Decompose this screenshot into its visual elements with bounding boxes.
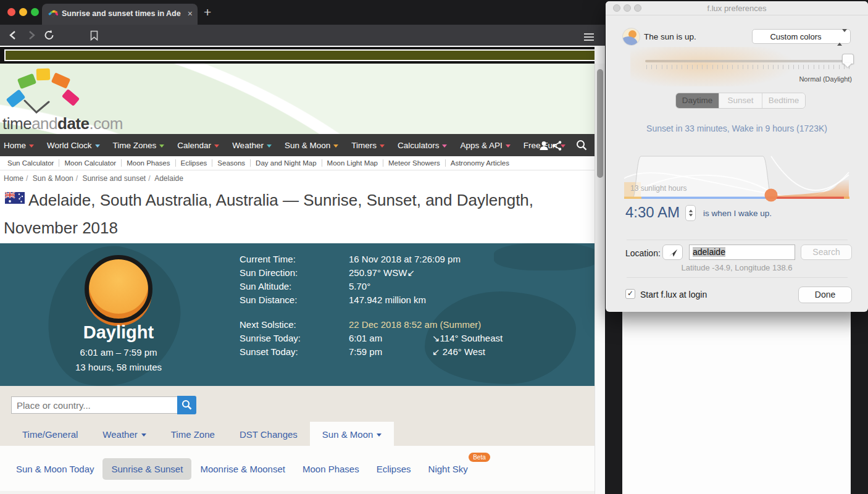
section-divider [0, 491, 595, 494]
subnav-day-night-map[interactable]: Day and Night Map [251, 159, 322, 167]
flux-title-bar[interactable]: f.lux preferences [606, 1, 868, 15]
slider-ticks [646, 65, 850, 69]
breadcrumb-home[interactable]: Home [4, 174, 23, 183]
window-close-button[interactable] [7, 8, 15, 16]
subtab-night-sky[interactable]: Night SkyBeta [420, 458, 477, 480]
scrollbar-thumb[interactable] [597, 69, 603, 178]
slider-caption: Normal (Daylight) [799, 75, 852, 83]
segment-sunset[interactable]: Sunset [719, 93, 762, 108]
subnav-seasons[interactable]: Seasons [212, 159, 251, 167]
bookmark-icon[interactable] [90, 30, 102, 43]
place-search-button[interactable] [177, 396, 196, 414]
subtab-moonrise-moonset[interactable]: Moonrise & Moonset [191, 458, 294, 480]
schedule-summary-link[interactable]: Sunset in 33 minutes, Wake in 9 hours (1… [606, 124, 868, 133]
location-search-button[interactable]: Search [801, 245, 852, 260]
tab-dst-changes[interactable]: DST Changes [227, 422, 310, 446]
nav-item-calendar[interactable]: Calendar [177, 141, 219, 150]
account-person-icon[interactable] [538, 140, 549, 151]
done-button[interactable]: Done [798, 287, 852, 303]
start-at-login-checkbox[interactable]: ✓ [625, 289, 635, 299]
browser-tab-bar: Sunrise and sunset times in Ade × + [0, 0, 605, 25]
nav-item-time-zones[interactable]: Time Zones [113, 141, 165, 150]
segment-bedtime[interactable]: Bedtime [762, 93, 805, 108]
subnav-moon-calculator[interactable]: Moon Calculator [59, 159, 122, 167]
reload-icon[interactable] [43, 29, 56, 41]
subnav-sun-calculator[interactable]: Sun Calculator [2, 159, 59, 167]
subnav-moon-light-map[interactable]: Moon Light Map [322, 159, 383, 167]
site-header: timeanddate.com [0, 64, 595, 134]
logo-tile-yellow [36, 69, 51, 81]
forward-icon[interactable] [25, 29, 37, 41]
nav-item-sun-moon[interactable]: Sun & Moon [285, 141, 338, 150]
info-row-sun-altitude: Sun Altitude:5.70° [240, 281, 585, 291]
sun-status-panel: Daylight 6:01 am – 7:59 pm 13 hours, 58 … [0, 243, 595, 386]
current-location-button[interactable] [662, 245, 683, 260]
info-row-sunrise-today: Sunrise Today:6:01 am↘114° Southeast [240, 333, 585, 343]
share-icon[interactable] [551, 140, 562, 151]
tab-time-general[interactable]: Time/General [10, 422, 90, 446]
subtab-moon-phases[interactable]: Moon Phases [294, 458, 368, 480]
window-minimize-button[interactable] [19, 8, 27, 16]
nav-item-timers[interactable]: Timers [351, 141, 385, 150]
subtab-sun-moon-today[interactable]: Sun & Moon Today [7, 458, 102, 480]
breadcrumb: Home/ Sun & Moon/ Sunrise and sunset/ Ad… [4, 174, 183, 183]
sunset-direction: ↙ 246° West [432, 346, 485, 358]
subnav-moon-phases[interactable]: Moon Phases [122, 159, 175, 167]
daylight-duration: 13 hours, 58 minutes [57, 362, 180, 372]
nav-item-home[interactable]: Home [4, 141, 34, 150]
info-row-sunset-today: Sunset Today:7:59 pm↙ 246° West [240, 346, 585, 357]
subtab-sunrise-sunset[interactable]: Sunrise & Sunset [102, 458, 191, 480]
browser-tab[interactable]: Sunrise and sunset times in Ade × [42, 4, 198, 25]
subnav-astronomy-articles[interactable]: Astronomy Articles [446, 159, 514, 167]
tab-sun-moon[interactable]: Sun & Moon [310, 422, 394, 446]
screen: Sunrise and sunset times in Ade × + time… [0, 0, 868, 494]
dropdown-caret-icon [442, 144, 447, 148]
slider-thumb[interactable] [842, 54, 854, 64]
tab-title: Sunrise and sunset times in Ade [62, 9, 184, 18]
segment-daytime[interactable]: Daytime [676, 93, 719, 108]
window-zoom-button[interactable] [31, 8, 39, 16]
menu-icon[interactable] [584, 31, 594, 43]
color-temperature-slider[interactable] [645, 60, 852, 62]
subnav-eclipses[interactable]: Eclipses [176, 159, 213, 167]
info-row-next-solstice: Next Solstice:22 Dec 2018 8:52 am (Summe… [240, 319, 585, 330]
page-scrollbar[interactable] [595, 64, 605, 494]
subnav-meteor-showers[interactable]: Meteor Showers [383, 159, 446, 167]
dropdown-caret-icon [380, 144, 385, 148]
breadcrumb-sunrise-sunset[interactable]: Sunrise and sunset [82, 174, 146, 183]
tab-time-zone[interactable]: Time Zone [159, 422, 227, 446]
nav-item-apps-api[interactable]: Apps & API [460, 141, 510, 150]
subtab-eclipses[interactable]: Eclipses [368, 458, 420, 480]
sun-state-label: Daylight [57, 322, 180, 343]
search-icon[interactable] [575, 139, 588, 151]
ad-banner [0, 47, 595, 64]
main-navigation: Home World Clock Time Zones Calendar Wea… [0, 134, 595, 156]
new-tab-button[interactable]: + [204, 5, 211, 20]
nav-item-world-clock[interactable]: World Clock [47, 141, 100, 150]
tab-close-icon[interactable]: × [188, 9, 193, 19]
dropdown-stepper-icon [837, 32, 847, 43]
back-icon[interactable] [7, 29, 20, 41]
search-icon [181, 399, 193, 411]
coordinates-text: Latitude -34.9, Longitude 138.6 [606, 263, 868, 272]
nav-item-weather[interactable]: Weather [232, 141, 272, 150]
dropdown-caret-icon [29, 144, 34, 148]
tab-weather[interactable]: Weather [90, 422, 158, 446]
nav-item-calculators[interactable]: Calculators [398, 141, 448, 150]
breadcrumb-sun-moon[interactable]: Sun & Moon [33, 174, 73, 183]
dropdown-caret-icon [506, 144, 511, 148]
daylight-time-range: 6:01 am – 7:59 pm [57, 347, 180, 358]
location-input[interactable]: adelaide [689, 245, 795, 260]
divider [627, 277, 848, 278]
chevron-down-icon [377, 433, 382, 437]
ad-banner-inner [4, 49, 595, 61]
location-arrow-icon [668, 248, 678, 257]
wake-time-stepper[interactable] [685, 205, 696, 221]
logo-tile-blue [6, 89, 26, 107]
place-search-input[interactable] [11, 396, 183, 414]
logo-tile-pink [62, 89, 80, 106]
sunset-marker-dot[interactable] [765, 189, 778, 202]
browser-toolbar: timeanddate.com/sun/australia/adelaide 1… [0, 25, 605, 46]
color-mode-dropdown[interactable]: Custom colors [752, 29, 851, 44]
location-label: Location: [625, 248, 661, 258]
